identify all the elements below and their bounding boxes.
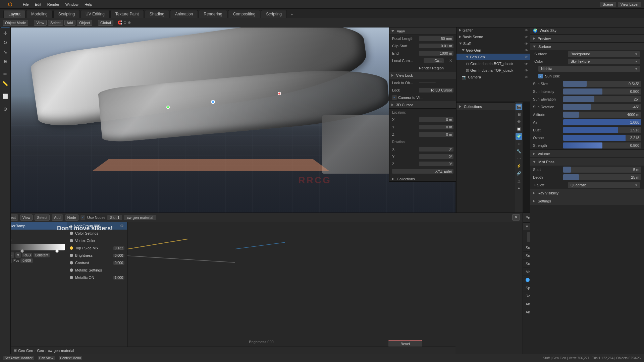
constraint-props-icon[interactable]: 🔗 (516, 170, 522, 177)
collections-section-header[interactable]: Collections (457, 102, 523, 110)
menu-window[interactable]: Window (63, 2, 81, 7)
ramp-mode-constant[interactable]: Constant (34, 253, 50, 257)
tab-compositing[interactable]: Compositing (228, 10, 261, 18)
mist-depth-slider[interactable]: 25 m (563, 174, 641, 180)
scene-selector[interactable]: Scene (600, 2, 616, 7)
node-editor-select[interactable]: Select (35, 215, 50, 221)
collections-expand-btn[interactable]: Collections (392, 177, 415, 181)
menu-render[interactable]: Render (45, 2, 62, 7)
physics-props-icon[interactable]: ⚡ (516, 163, 522, 169)
measure-tool[interactable]: 📏 (1, 79, 10, 88)
nodegroup-contrast[interactable]: Contrast 0.000 (67, 259, 127, 266)
particles-props-icon[interactable]: ⋯ (516, 155, 522, 162)
breadcrumb-geo[interactable]: Geo (37, 349, 44, 353)
use-nodes-checkbox[interactable] (80, 215, 85, 220)
euler-value[interactable]: XYZ Euler (392, 169, 453, 174)
cursor-y-value[interactable]: 0 m (419, 125, 453, 129)
gaffer-vis-icon[interactable]: 👁 (524, 28, 529, 33)
specular-color-dot[interactable] (526, 278, 530, 282)
annotate-tool[interactable]: ✏ (1, 70, 10, 78)
node-editor-close-btn[interactable]: ✕ (512, 214, 520, 221)
color-sky-dropdown[interactable]: Sky Texture ▾ (568, 59, 640, 64)
tab-uv-editing[interactable]: UV Editing (80, 10, 110, 18)
breadcrumb-geo-gen[interactable]: Geo Gen (18, 349, 33, 353)
outliner-item-industria-top[interactable]: ⊡ Gen-Industria-TOP_dpack 👁 (457, 67, 530, 74)
ramp-mode-rgb[interactable]: RGB (22, 253, 32, 257)
nodegroup-top-side-mix[interactable]: Top / Side Mix 0.132 (67, 244, 127, 252)
transform-tool[interactable]: ⊕ (1, 57, 10, 66)
clip-end-value[interactable]: 1000 m (419, 51, 453, 56)
strength-slider[interactable]: 0.500 (563, 142, 641, 148)
sun-elevation-slider[interactable]: 25° (563, 96, 641, 102)
volume-header[interactable]: Volume (530, 149, 644, 158)
falloff-dropdown[interactable]: Quadratic ▾ (568, 182, 640, 188)
global-btn[interactable]: Global (98, 20, 113, 26)
menu-file[interactable]: File (20, 2, 32, 7)
tab-animation[interactable]: Animation (170, 10, 198, 18)
slot-indicator[interactable]: Slot 1 (107, 215, 122, 220)
nodegroup-brightness[interactable]: Brightness 0.000 (67, 252, 127, 259)
settings-header[interactable]: Settings (530, 197, 644, 205)
node-editor-add[interactable]: Add (52, 215, 63, 221)
scale-tool[interactable]: ⤡ (1, 48, 10, 56)
sun-size-slider[interactable]: 0.545° (563, 81, 641, 87)
tab-rendering[interactable]: Rendering (199, 10, 227, 18)
outliner-item-basic-scene[interactable]: Basic Scene 👁 (457, 34, 530, 40)
render-props-icon[interactable]: 🎬 (516, 104, 522, 110)
lock-to-obj-value[interactable] (419, 82, 436, 83)
view-layer-props-icon[interactable]: 👁 (516, 118, 522, 125)
outliner-item-stuff[interactable]: Stuff 👁 (457, 40, 530, 47)
material-selector[interactable]: cw-gen-material (124, 215, 156, 220)
node-editor-view[interactable]: View (20, 215, 33, 221)
ramp-down-btn[interactable]: ▾ (15, 252, 21, 258)
geo-gen-coll-vis-icon[interactable]: 👁 (524, 48, 529, 53)
nodegroup-top-side-value[interactable]: 0.132 (113, 246, 124, 250)
industria-bot-vis-icon[interactable]: 👁 (524, 61, 529, 66)
object-mode-btn[interactable]: Object Mode (3, 20, 28, 26)
geo-gen-active-vis-icon[interactable]: 👁 (524, 55, 529, 59)
scene-props-icon[interactable]: 🔲 (516, 126, 522, 132)
local-cam-close-btn[interactable]: ✕ (448, 58, 453, 63)
clip-start-value[interactable]: 0.01 m (419, 44, 453, 48)
rot-z-value[interactable]: 0° (419, 162, 453, 166)
breadcrumb-material[interactable]: cw-gen-material (48, 349, 74, 353)
mist-start-slider[interactable]: 5 m (563, 167, 641, 173)
modifier-props-icon[interactable]: 🔧 (516, 148, 522, 155)
model-dropdown[interactable]: Nishita ▾ (538, 66, 640, 72)
rot-y-value[interactable]: 0° (419, 154, 453, 159)
focal-length-value[interactable]: 50 mm (419, 36, 453, 41)
surface-bg-dropdown[interactable]: Background ▾ (568, 51, 640, 57)
tab-sculpting[interactable]: Sculpting (53, 10, 80, 18)
outliner-item-camera[interactable]: 📷 Camera 👁 (457, 74, 530, 80)
mist-pass-header[interactable]: Mist Pass (530, 158, 644, 166)
stuff-vis-icon[interactable]: 👁 (524, 41, 529, 46)
node-canvas[interactable]: ◈ ColorRamp Color Alpha + (0, 222, 523, 354)
nodegroup-vertex-color[interactable]: Vertex Color (67, 237, 127, 244)
cursor-header[interactable]: 3D Cursor (389, 101, 456, 109)
lock-value[interactable]: To 3D Cursor (419, 88, 453, 93)
rot-x-value[interactable]: 0° (419, 147, 453, 152)
tab-scripting[interactable]: Scripting (261, 10, 287, 18)
nodegroup-metallic-on[interactable]: Metallic ON 1.000 (67, 274, 127, 281)
object-props-icon[interactable]: ⊕ (516, 140, 522, 147)
surface-header[interactable]: Surface (530, 42, 644, 50)
ramp-gradient[interactable] (2, 244, 65, 250)
dust-slider[interactable]: 1.513 (563, 127, 641, 133)
nodegroup-contrast-value[interactable]: 0.000 (113, 261, 124, 265)
nodegroup-metallic-on-value[interactable]: 1.000 (113, 276, 124, 280)
outliner-item-geo-gen-active[interactable]: Geo Gen 👁 (457, 54, 530, 60)
menu-edit[interactable]: Edit (32, 2, 44, 7)
view-lock-header[interactable]: View Lock (389, 72, 456, 79)
altitude-slider[interactable]: 4000 m (563, 112, 641, 118)
move-tool[interactable]: ✛ (1, 29, 10, 38)
preview-header[interactable]: Preview (530, 34, 644, 42)
add-workspace-btn[interactable]: + (287, 11, 296, 18)
sun-disc-checkbox[interactable] (538, 74, 543, 78)
world-props-icon[interactable]: 🌍 (516, 133, 522, 140)
object-btn[interactable]: Object (77, 20, 92, 26)
data-props-icon[interactable]: △ (516, 177, 522, 184)
nodegroup-settings-icon[interactable]: ⚙ (119, 223, 124, 229)
cursor-x-value[interactable]: 0 m (419, 117, 453, 122)
tab-shading[interactable]: Shading (145, 10, 169, 18)
select-btn[interactable]: Select (48, 20, 63, 26)
